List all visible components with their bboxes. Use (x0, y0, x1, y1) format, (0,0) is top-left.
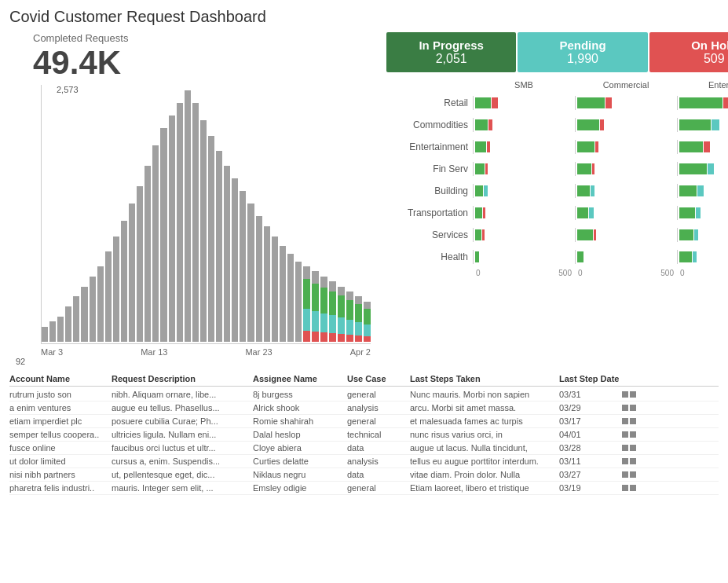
seg-col-1-0 (473, 118, 575, 132)
table-cell-0-2: 8j burgess (253, 390, 347, 399)
bar-chart (41, 85, 371, 344)
seg-bar-teal (712, 119, 719, 130)
status-cards: In Progress 2,051 Pending 1,990 On Hold … (386, 32, 728, 72)
table-cell-4-3: data (347, 443, 410, 453)
seg-col-4-2 (677, 184, 728, 198)
table-cell-6-3: data (347, 470, 410, 479)
table-cell-0-0: rutrum justo son (9, 390, 112, 399)
table-cell-2-3: general (347, 416, 410, 426)
bar-26 (247, 204, 254, 342)
segment-row-label-4: Building (386, 185, 473, 196)
segment-row-label-7: Health (386, 251, 473, 262)
in-progress-value: 2,051 (396, 52, 507, 66)
table-cell-4-1: faucibus orci luctus et ultr... (112, 443, 253, 453)
pending-value: 1,990 (527, 52, 638, 66)
seg-bar-red (594, 229, 596, 240)
table-cell-7-3: general (347, 483, 410, 493)
seg-bar-green (679, 251, 692, 262)
table-cell-7-2: Emsley odigie (253, 483, 347, 493)
on-hold-label: On Hold (659, 38, 728, 52)
seg-bar-red (600, 119, 604, 130)
x-label-mar3: Mar 3 (41, 347, 63, 357)
table-row: fusce onlinefaucibus orci luctus et ultr… (9, 442, 719, 455)
seg-bar-green (475, 119, 488, 130)
col-header-laststeps: Last Steps Taken (410, 374, 559, 383)
seg-col-1-1 (575, 118, 677, 132)
seg-bar-teal (696, 207, 701, 218)
seg-col-3-2 (677, 162, 728, 176)
table-cell-6-1: ut, pellentesque eget, dic... (112, 470, 253, 479)
seg-col-7-1 (575, 250, 677, 264)
bar-34 (312, 271, 319, 342)
seg-col-7-0 (473, 250, 575, 264)
in-progress-label: In Progress (396, 38, 507, 52)
x-label-apr2: Apr 2 (350, 347, 371, 357)
table-rows: rutrum justo sonnibh. Aliquam ornare, li… (9, 388, 719, 495)
table-row: nisi nibh partnersut, pellentesque eget,… (9, 468, 719, 482)
bar-27 (256, 216, 262, 342)
seg-bar-green (679, 119, 711, 130)
seg-col-0-1 (575, 96, 677, 110)
bar-38 (346, 292, 353, 342)
table-cell-4-4: augue ut lacus. Nulla tincidunt, (410, 443, 559, 453)
seg-col-2-1 (575, 140, 677, 154)
table-cell-6-5: 03/27 (559, 470, 622, 479)
table-cell-3-2: Dalal heslop (253, 430, 347, 439)
segment-row-1: Commodities (386, 115, 728, 135)
table-cell-0-1: nibh. Aliquam ornare, libe... (112, 390, 253, 399)
row-dots-4 (622, 443, 646, 453)
seg-col-4-0 (473, 184, 575, 198)
seg-bar-green (577, 251, 583, 262)
table-cell-5-5: 03/11 (559, 456, 622, 466)
x-label-mar13: Mar 13 (141, 347, 167, 357)
seg-col-6-1 (575, 228, 677, 242)
top-section: Completed Requests 49.4K 2,573 92 Mar 3 … (9, 32, 719, 368)
seg-bar-green (679, 185, 697, 196)
table-cell-2-2: Romie shahirah (253, 416, 347, 426)
seg-col-6-0 (473, 228, 575, 242)
table-cell-3-3: technical (347, 430, 410, 439)
table-cell-5-4: tellus eu augue porttitor interdum. (410, 456, 559, 466)
table-cell-0-4: Nunc mauris. Morbi non sapien (410, 390, 559, 399)
bar-9 (113, 236, 119, 342)
right-panel: In Progress 2,051 Pending 1,990 On Hold … (379, 32, 728, 368)
bar-15 (160, 128, 166, 342)
table-cell-6-2: Niklaus negru (253, 470, 347, 479)
table-cell-7-0: pharetra felis industri.. (9, 483, 112, 493)
seg-col-1-2 (677, 118, 728, 132)
seg-col-4-1 (575, 184, 677, 198)
seg-header-enterprise: Enterprise (677, 80, 728, 90)
bar-3 (65, 306, 71, 342)
bar-10 (121, 221, 127, 342)
seg-bar-green (577, 185, 590, 196)
seg-bar-green (679, 141, 703, 152)
dashboard: Covid Customer Request Dashboard Complet… (0, 0, 728, 503)
bar-5 (81, 287, 87, 342)
row-dots-7 (622, 483, 646, 493)
seg-bar-green (679, 97, 723, 108)
seg-bar-teal (591, 185, 594, 196)
segment-row-3: Fin Serv (386, 159, 728, 179)
seg-bar-green (577, 141, 594, 152)
seg-bar-red (704, 141, 710, 152)
bar-14 (152, 145, 159, 342)
bar-18 (185, 90, 191, 342)
status-card-pending: Pending 1,990 (518, 32, 647, 72)
table-cell-3-0: semper tellus coopera.. (9, 430, 112, 439)
seg-col-7-2 (677, 250, 728, 264)
table-cell-2-1: posuere cubilia Curae; Ph... (112, 416, 253, 426)
table-cell-0-5: 03/31 (559, 390, 622, 399)
seg-bar-green (679, 207, 695, 218)
bar-33 (303, 266, 310, 342)
bar-16 (169, 116, 175, 342)
segment-row-label-1: Commodities (386, 119, 473, 130)
col-header-lastdate: Last Step Date (559, 374, 622, 383)
segment-row-label-6: Services (386, 229, 473, 240)
table-cell-4-0: fusce online (9, 443, 112, 453)
bar-13 (145, 166, 151, 342)
status-card-on-hold: On Hold 509 (649, 32, 728, 72)
table-cell-6-0: nisi nibh partners (9, 470, 112, 479)
seg-bar-green (577, 229, 593, 240)
seg-col-5-1 (575, 206, 677, 220)
seg-col-0-0 (473, 96, 575, 110)
